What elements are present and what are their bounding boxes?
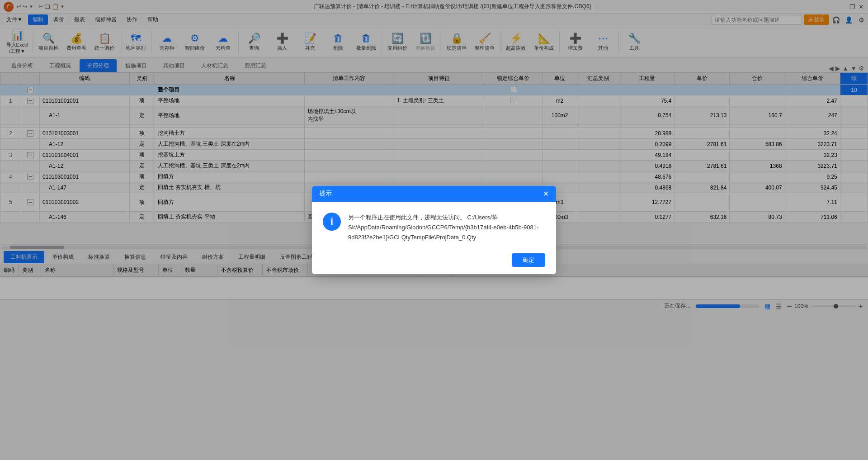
- dialog-overlay[interactable]: 提示 ✕ i 另一个程序正在使用此文件，进程无法访问。 C:/Users/華Si…: [0, 0, 868, 460]
- dialog-footer: 确定: [312, 250, 556, 274]
- dialog-message: 另一个程序正在使用此文件，进程无法访问。 C:/Users/華Sir/AppDa…: [348, 213, 545, 242]
- dialog-close-icon[interactable]: ✕: [543, 190, 549, 198]
- dialog-title: 提示: [319, 190, 332, 198]
- dialog-info-icon: i: [323, 213, 341, 231]
- dialog: 提示 ✕ i 另一个程序正在使用此文件，进程无法访问。 C:/Users/華Si…: [312, 186, 556, 274]
- dialog-body: i 另一个程序正在使用此文件，进程无法访问。 C:/Users/華Sir/App…: [312, 202, 556, 250]
- dialog-ok-button[interactable]: 确定: [512, 253, 545, 267]
- dialog-header: 提示 ✕: [312, 186, 556, 202]
